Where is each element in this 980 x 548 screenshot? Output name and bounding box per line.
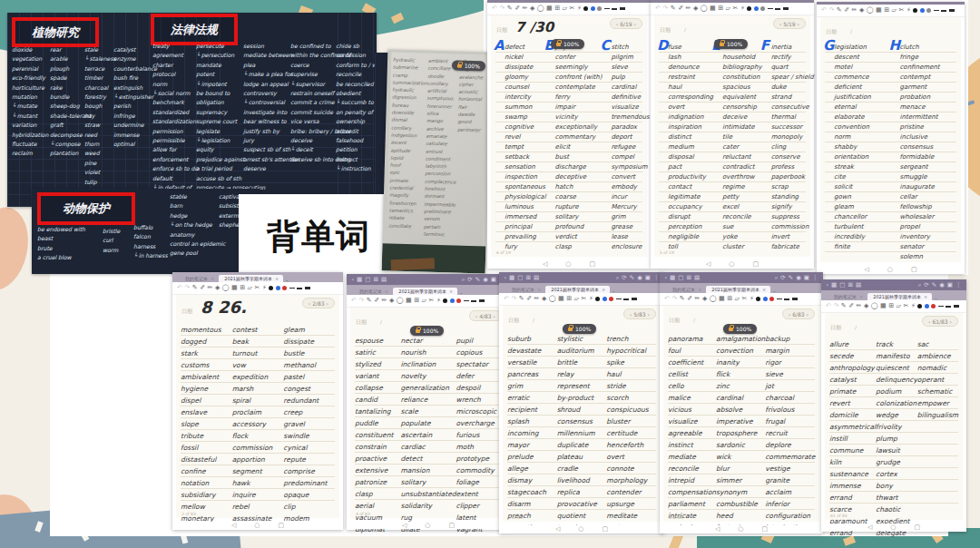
color-swatch[interactable] <box>747 6 751 11</box>
color-swatch[interactable] <box>456 298 461 303</box>
eye-icon[interactable]: ◉ <box>637 274 642 281</box>
android-recent-button[interactable]: ▢ <box>914 524 920 531</box>
add-page-icon[interactable]: ⊞ <box>686 274 691 281</box>
highlighter-icon[interactable]: ✐ <box>374 298 379 304</box>
undo-icon[interactable]: ↶ <box>351 298 357 304</box>
shape-icon[interactable]: ▱ <box>248 285 252 291</box>
laser-icon[interactable]: ⚡ <box>436 298 441 304</box>
undo-icon[interactable]: ↶ <box>655 5 661 12</box>
table-icon[interactable]: ⊞ <box>414 298 419 304</box>
android-back-button[interactable]: ◁ <box>867 524 872 531</box>
stroke-width-thick[interactable] <box>949 9 955 13</box>
table-icon[interactable]: ⊞ <box>884 7 889 14</box>
android-home-button[interactable]: ○ <box>425 522 430 529</box>
redo-icon[interactable]: ↷ <box>358 298 364 304</box>
redo-icon[interactable]: ↷ <box>499 5 505 12</box>
page-icon[interactable]: ▢ <box>839 281 845 289</box>
back-icon[interactable]: ‹ <box>352 276 355 283</box>
eraser-icon[interactable]: ◈ <box>542 296 546 302</box>
close-icon[interactable]: × <box>762 287 766 292</box>
pen-icon[interactable]: ✎ <box>837 7 842 14</box>
highlighter-icon[interactable]: ✐ <box>514 5 520 12</box>
add-page-icon[interactable]: ⊞ <box>525 274 530 281</box>
undo-icon[interactable]: ↶ <box>826 303 831 309</box>
more-icon[interactable]: ⋮ <box>812 274 818 281</box>
color-swatch[interactable] <box>754 6 759 11</box>
android-back-button[interactable]: ◁ <box>555 525 560 533</box>
pencil-icon[interactable]: ✏ <box>686 5 691 12</box>
color-swatch[interactable] <box>450 298 455 303</box>
export-icon[interactable]: ▤ <box>856 281 861 289</box>
rotate-icon[interactable]: ⟳ <box>467 276 472 283</box>
stroke-width-medium[interactable] <box>612 8 617 10</box>
stroke-width-medium[interactable] <box>623 298 629 300</box>
android-recent-button[interactable]: ▢ <box>602 525 608 533</box>
stroke-width-medium[interactable] <box>471 300 476 302</box>
lasso-icon[interactable]: ◯ <box>222 285 230 291</box>
chevron-down-icon[interactable]: ⌄ <box>612 288 615 293</box>
android-back-button[interactable]: ◁ <box>715 525 720 533</box>
pen-icon[interactable]: ✎ <box>507 5 513 12</box>
rotate-icon[interactable]: ⟳ <box>924 281 928 289</box>
add-page-icon[interactable]: ⊞ <box>848 281 852 289</box>
grid-icon[interactable]: ▦ <box>357 276 362 283</box>
redo-icon[interactable]: ↷ <box>833 303 838 309</box>
page-nav[interactable]: ‹ 5/83 › <box>623 308 656 319</box>
pencil-icon[interactable]: ✏ <box>852 7 858 14</box>
page-nav[interactable]: ‹ 6/83 › <box>782 308 815 319</box>
table-icon[interactable]: ⊞ <box>888 303 894 309</box>
shape-icon[interactable]: ▱ <box>735 296 740 302</box>
close-icon[interactable]: × <box>385 289 388 294</box>
stroke-width-thin[interactable] <box>777 298 782 299</box>
color-swatch[interactable] <box>269 286 273 290</box>
android-home-button[interactable]: ○ <box>729 260 734 268</box>
page-nav[interactable]: ‹ 6/19 › <box>610 18 642 29</box>
lasso-icon[interactable]: ◯ <box>867 7 874 14</box>
lasso-icon[interactable]: ◯ <box>397 298 404 304</box>
android-home-button[interactable]: ○ <box>887 266 893 273</box>
laser-icon[interactable]: ⚡ <box>911 303 916 309</box>
laser-icon[interactable]: ⚡ <box>262 285 267 291</box>
page-icon[interactable]: ▢ <box>678 274 683 281</box>
stroke-width-medium[interactable] <box>784 298 789 300</box>
tab-inactive[interactable]: 我的笔记本× <box>667 286 706 293</box>
table-icon[interactable]: ⊞ <box>554 5 560 12</box>
table-icon[interactable]: ⊞ <box>566 296 572 302</box>
scissors-icon[interactable]: ✂ <box>742 296 748 302</box>
color-swatch[interactable] <box>583 6 588 11</box>
stroke-width-thick[interactable] <box>954 305 959 308</box>
android-home-button[interactable]: ○ <box>565 260 571 268</box>
pencil-icon[interactable]: ✏ <box>857 303 862 309</box>
tab-active[interactable]: 2021届秋季学期单词本× <box>545 286 610 293</box>
grid-icon[interactable]: ▦ <box>670 274 675 281</box>
chevron-down-icon[interactable]: ⌄ <box>772 288 776 293</box>
undo-icon[interactable]: ↶ <box>821 7 827 14</box>
bookmark-icon[interactable]: ▣ <box>947 281 953 289</box>
laser-icon[interactable]: ⚡ <box>750 296 754 302</box>
pen-icon[interactable]: ✎ <box>841 303 847 309</box>
color-swatch[interactable] <box>595 297 600 301</box>
chevron-down-icon[interactable]: ⌄ <box>459 289 463 295</box>
android-home-button[interactable]: ○ <box>890 524 896 531</box>
highlighter-icon[interactable]: ✐ <box>526 296 532 302</box>
laser-icon[interactable]: ⚡ <box>906 7 911 14</box>
page-nav[interactable]: ‹ 5/19 › <box>773 18 806 29</box>
table-icon[interactable]: ⊞ <box>718 5 723 12</box>
stroke-width-medium[interactable] <box>297 288 302 289</box>
more-icon[interactable]: ⋮ <box>653 274 660 281</box>
pen-icon[interactable]: ✎ <box>192 285 198 291</box>
close-icon[interactable]: × <box>602 287 605 292</box>
scissors-icon[interactable]: ✂ <box>904 303 909 309</box>
stroke-width-thick[interactable] <box>783 7 789 11</box>
bookmark-icon[interactable]: ▣ <box>645 274 651 281</box>
rotate-icon[interactable]: ⟳ <box>780 274 785 281</box>
export-icon[interactable]: ▤ <box>694 274 700 281</box>
close-icon[interactable]: × <box>275 276 279 281</box>
redo-icon[interactable]: ↷ <box>828 7 834 14</box>
eraser-icon[interactable]: ◈ <box>530 5 534 12</box>
search-icon[interactable]: ⌕ <box>616 274 620 281</box>
redo-icon[interactable]: ↷ <box>671 296 677 302</box>
stroke-width-thin[interactable] <box>768 8 773 9</box>
android-recent-button[interactable]: ▢ <box>448 522 455 529</box>
stroke-width-thin[interactable] <box>616 298 622 299</box>
